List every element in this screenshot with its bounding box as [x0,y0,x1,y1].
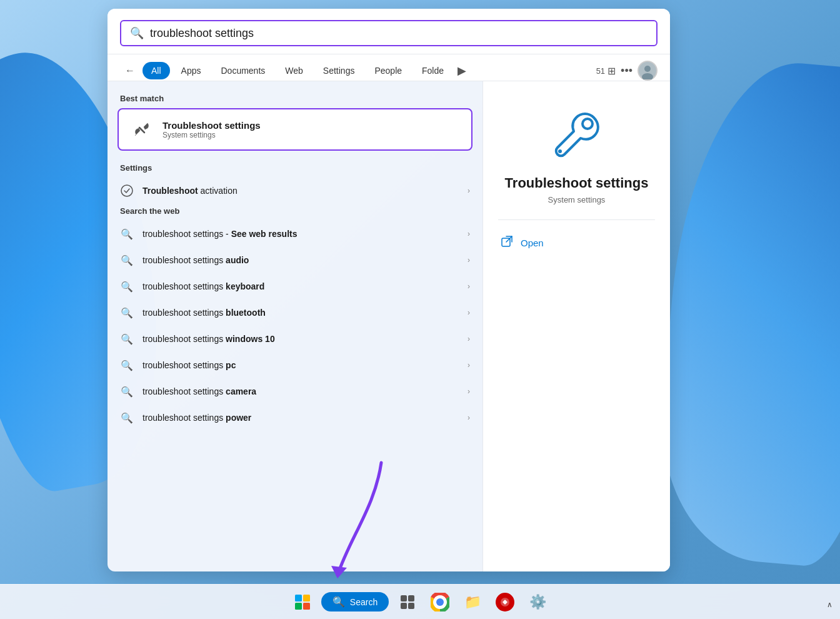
gear-icon: ⚙️ [529,594,546,610]
detail-subtitle: System settings [548,195,606,204]
svg-point-4 [121,185,132,196]
svg-rect-10 [295,603,302,610]
web-item-text-5: troubleshoot settings windows 10 [142,334,459,344]
web-section-label: Search the web [108,204,482,221]
external-link-icon [501,235,513,248]
open-external-icon [501,235,513,251]
svg-rect-15 [408,603,414,609]
activation-item-text: Troubleshoot activation [142,186,459,196]
web-item-bluetooth[interactable]: 🔍 troubleshoot settings bluetooth › [108,299,482,326]
search-bar-area: 🔍 troubleshoot settings [108,9,670,54]
web-item-windows10[interactable]: 🔍 troubleshoot settings windows 10 › [108,326,482,352]
web-item-see-results[interactable]: 🔍 troubleshoot settings - See web result… [108,221,482,247]
chrome-icon [431,593,449,611]
bg-decoration-right [650,54,840,571]
svg-point-5 [582,119,592,129]
detail-icon [549,106,605,165]
search-input-container: 🔍 troubleshoot settings [120,20,658,46]
web-item-power[interactable]: 🔍 troubleshoot settings power › [108,405,482,431]
settings-section-label: Settings [108,161,482,178]
red-app-icon [496,593,514,611]
web-item-pc[interactable]: 🔍 troubleshoot settings pc › [108,352,482,378]
svg-rect-13 [408,595,414,601]
wrench-settings-icon [130,118,152,141]
left-panel: Best match Troubleshoot settings System … [108,81,482,571]
web-item-camera[interactable]: 🔍 troubleshoot settings camera › [108,378,482,405]
show-desktop-chevron[interactable]: ∧ [827,600,832,609]
web-chevron-4: › [468,308,470,317]
search-icon: 🔍 [130,26,144,40]
file-explorer-button[interactable]: 📁 [459,588,486,616]
web-chevron-2: › [468,256,470,264]
search-taskbar-icon: 🔍 [332,596,345,608]
best-match-label: Best match [108,91,482,108]
web-search-icon-8: 🔍 [120,411,134,425]
svg-rect-14 [401,603,407,609]
detail-divider [498,219,655,220]
detail-open-action[interactable]: Open [498,230,655,256]
best-match-item[interactable]: Troubleshoot settings System settings [118,108,472,151]
svg-rect-11 [303,603,310,610]
tab-documents[interactable]: Documents [212,62,274,79]
start-button[interactable] [289,588,316,616]
taskview-icon [399,594,416,610]
result-count: 51 ⊞ [596,65,616,77]
avatar-image [639,62,656,79]
more-tabs-arrow[interactable]: ▶ [455,64,469,78]
settings-item-activation[interactable]: Troubleshoot activation › [108,178,482,204]
svg-rect-9 [303,595,310,601]
search-content: Best match Troubleshoot settings System … [108,81,670,571]
tab-people[interactable]: People [366,62,411,79]
web-chevron-8: › [468,413,470,422]
web-chevron-6: › [468,361,470,370]
detail-wrench-icon [549,106,605,163]
best-match-title: Troubleshoot settings [162,120,261,131]
chrome-button[interactable] [426,588,454,616]
web-item-text-8: troubleshoot settings power [142,413,459,423]
tab-apps[interactable]: Apps [172,62,210,79]
more-options-button[interactable]: ••• [621,64,632,78]
svg-line-3 [139,128,144,133]
taskbar: 🔍 Search 📁 [0,584,840,619]
tab-settings[interactable]: Settings [314,62,364,79]
web-item-text-2: troubleshoot settings audio [142,255,459,265]
best-match-subtitle: System settings [162,131,261,139]
activation-chevron: › [468,186,470,195]
web-search-icon-2: 🔍 [120,253,134,267]
search-taskbar-label: Search [350,597,378,607]
search-taskbar-button[interactable]: 🔍 Search [321,592,389,611]
circle-check-icon [121,184,133,197]
web-item-text-3: troubleshoot settings keyboard [142,281,459,291]
svg-rect-8 [295,595,302,601]
svg-point-1 [644,66,651,72]
tab-web[interactable]: Web [276,62,312,79]
back-button[interactable]: ← [120,61,140,81]
web-chevron-5: › [468,335,470,343]
web-chevron-7: › [468,387,470,396]
web-chevron-1: › [468,229,470,238]
search-input[interactable]: troubleshoot settings [150,27,648,40]
tab-all[interactable]: All [142,62,170,79]
filter-tabs-bar: ← All Apps Documents Web Settings People… [108,54,670,81]
red-app-button[interactable] [491,588,519,616]
web-item-audio[interactable]: 🔍 troubleshoot settings audio › [108,247,482,273]
best-match-icon [129,117,154,142]
best-match-text: Troubleshoot settings System settings [162,120,261,139]
user-avatar[interactable] [638,61,658,81]
tab-folders[interactable]: Folde [413,62,452,79]
filter-more-area: 51 ⊞ ••• [596,61,658,81]
svg-rect-12 [401,595,407,601]
folder-icon: 📁 [464,594,481,610]
settings-button[interactable]: ⚙️ [524,588,551,616]
web-search-icon-3: 🔍 [120,279,134,293]
svg-point-18 [437,599,443,605]
web-item-text-6: troubleshoot settings pc [142,360,459,370]
open-label: Open [521,238,544,248]
filter-icon: ⊞ [608,65,616,77]
search-window: 🔍 troubleshoot settings ← All Apps Docum… [108,9,670,571]
web-search-icon-4: 🔍 [120,306,134,320]
web-chevron-3: › [468,282,470,291]
web-search-icon-6: 🔍 [120,358,134,372]
web-item-keyboard[interactable]: 🔍 troubleshoot settings keyboard › [108,273,482,299]
taskview-button[interactable] [394,588,421,616]
